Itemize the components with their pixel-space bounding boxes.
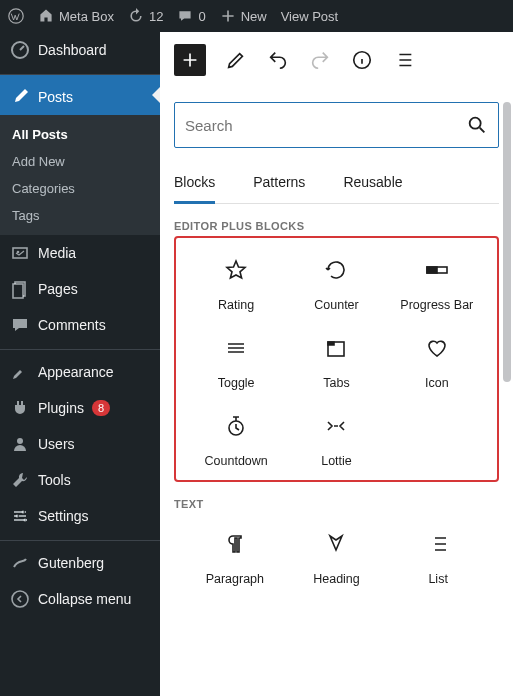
sidebar-item-comments[interactable]: Comments — [0, 307, 160, 343]
block-paragraph[interactable]: Paragraph — [184, 532, 286, 586]
tab-patterns[interactable]: Patterns — [253, 164, 305, 203]
lottie-icon — [324, 414, 348, 438]
svg-point-12 — [470, 118, 481, 129]
label: Settings — [38, 508, 89, 524]
svg-point-10 — [12, 591, 28, 607]
label: Comments — [38, 317, 106, 333]
submenu-all-posts[interactable]: All Posts — [0, 121, 160, 148]
submenu-add-new[interactable]: Add New — [0, 148, 160, 175]
label: Tools — [38, 472, 71, 488]
sidebar-item-users[interactable]: Users — [0, 426, 160, 462]
block-icon[interactable]: Icon — [387, 336, 487, 390]
label: Posts — [38, 89, 73, 105]
editor-main: Blocks Patterns Reusable EDITOR PLUS BLO… — [160, 32, 513, 696]
svg-point-3 — [17, 251, 20, 254]
submenu-tags[interactable]: Tags — [0, 202, 160, 229]
label: Progress Bar — [400, 298, 473, 312]
block-tabs[interactable]: Tabs — [286, 336, 386, 390]
svg-point-9 — [24, 519, 27, 522]
sidebar-item-appearance[interactable]: Appearance — [0, 349, 160, 390]
label: Heading — [313, 572, 360, 586]
heading-icon — [324, 532, 348, 556]
tabs-icon — [324, 336, 348, 360]
text-blocks: Paragraph Heading List — [174, 512, 499, 586]
search-input[interactable] — [185, 117, 466, 134]
posts-submenu: All Posts Add New Categories Tags — [0, 115, 160, 235]
label: Countdown — [205, 454, 268, 468]
toggle-icon — [224, 336, 248, 360]
svg-point-0 — [9, 9, 23, 23]
wp-logo[interactable] — [8, 8, 24, 24]
tab-blocks[interactable]: Blocks — [174, 164, 215, 204]
search-field[interactable] — [174, 102, 499, 148]
sidebar-item-media[interactable]: Media — [0, 235, 160, 271]
heart-icon — [425, 336, 449, 360]
label: Counter — [314, 298, 358, 312]
label: Paragraph — [206, 572, 264, 586]
sidebar-item-settings[interactable]: Settings — [0, 498, 160, 534]
label: Gutenberg — [38, 555, 104, 571]
inserter-panel: Blocks Patterns Reusable EDITOR PLUS BLO… — [160, 88, 513, 696]
section-text: TEXT — [174, 498, 499, 510]
updates[interactable]: 12 — [128, 8, 163, 24]
view-post[interactable]: View Post — [281, 9, 339, 24]
plugins-badge: 8 — [92, 400, 110, 416]
label: Collapse menu — [38, 591, 131, 607]
label: Tabs — [323, 376, 349, 390]
sidebar-item-pages[interactable]: Pages — [0, 271, 160, 307]
submenu-categories[interactable]: Categories — [0, 175, 160, 202]
editor-plus-blocks: Rating Counter Progress Bar Toggle Tabs … — [174, 236, 499, 482]
sidebar-item-posts[interactable]: Posts — [0, 74, 160, 115]
outline-button[interactable] — [392, 48, 416, 72]
admin-bar: Meta Box 12 0 New View Post — [0, 0, 513, 32]
block-countdown[interactable]: Countdown — [186, 414, 286, 468]
label: Icon — [425, 376, 449, 390]
block-progress-bar[interactable]: Progress Bar — [387, 258, 487, 312]
admin-sidebar: Dashboard Posts All Posts Add New Catego… — [0, 32, 160, 696]
svg-rect-14 — [427, 267, 437, 273]
label: Plugins — [38, 400, 84, 416]
new-label: New — [241, 9, 267, 24]
site-label: Meta Box — [59, 9, 114, 24]
block-lottie[interactable]: Lottie — [286, 414, 386, 468]
label: Toggle — [218, 376, 255, 390]
label: Appearance — [38, 364, 114, 380]
undo-button[interactable] — [266, 48, 290, 72]
label: Media — [38, 245, 76, 261]
label: Lottie — [321, 454, 352, 468]
block-heading[interactable]: Heading — [286, 532, 388, 586]
label: Pages — [38, 281, 78, 297]
countdown-icon — [224, 414, 248, 438]
svg-rect-5 — [13, 284, 23, 298]
redo-button[interactable] — [308, 48, 332, 72]
sidebar-item-dashboard[interactable]: Dashboard — [0, 32, 160, 68]
label: Users — [38, 436, 75, 452]
site-name[interactable]: Meta Box — [38, 8, 114, 24]
inserter-tabs: Blocks Patterns Reusable — [174, 164, 499, 204]
tab-reusable[interactable]: Reusable — [343, 164, 402, 203]
sidebar-item-plugins[interactable]: Plugins8 — [0, 390, 160, 426]
sidebar-item-collapse[interactable]: Collapse menu — [0, 581, 160, 617]
comments-bubble[interactable]: 0 — [177, 8, 205, 24]
details-button[interactable] — [350, 48, 374, 72]
edit-mode-button[interactable] — [224, 48, 248, 72]
comments-count: 0 — [198, 9, 205, 24]
block-rating[interactable]: Rating — [186, 258, 286, 312]
block-list[interactable]: List — [387, 532, 489, 586]
block-toggle[interactable]: Toggle — [186, 336, 286, 390]
new-content[interactable]: New — [220, 8, 267, 24]
block-counter[interactable]: Counter — [286, 258, 386, 312]
svg-point-7 — [22, 511, 25, 514]
label: Rating — [218, 298, 254, 312]
label: List — [428, 572, 447, 586]
svg-point-8 — [16, 515, 19, 518]
section-editor-plus: EDITOR PLUS BLOCKS — [174, 220, 499, 232]
paragraph-icon — [223, 532, 247, 556]
updates-count: 12 — [149, 9, 163, 24]
editor-toolbar — [160, 32, 513, 88]
progress-icon — [425, 258, 449, 282]
scrollbar[interactable] — [503, 102, 511, 382]
sidebar-item-gutenberg[interactable]: Gutenberg — [0, 540, 160, 581]
sidebar-item-tools[interactable]: Tools — [0, 462, 160, 498]
block-inserter-button[interactable] — [174, 44, 206, 76]
